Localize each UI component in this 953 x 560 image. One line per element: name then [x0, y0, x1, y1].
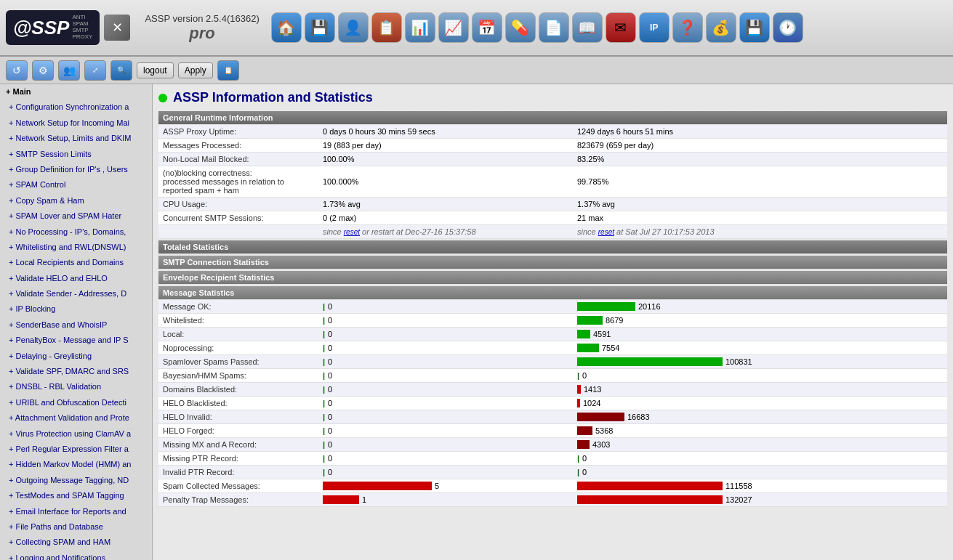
log-icon[interactable]: 📋	[371, 12, 402, 43]
nonlocal-value2: 83.25%	[573, 153, 947, 166]
table-row: Penalty Trap Messages: 1 132027	[158, 493, 947, 507]
sidebar-item-validate-helo[interactable]: + Validate HELO and EHLO	[0, 271, 152, 286]
donate-icon[interactable]: 💰	[706, 12, 736, 43]
toolbar-icon-5[interactable]: 🔍	[110, 60, 132, 81]
messages-value1: 19 (883 per day)	[318, 139, 573, 153]
sidebar-item-collecting[interactable]: + Collecting SPAM and HAM	[0, 535, 152, 550]
sidebar-item-logging[interactable]: + Logging and Notifications	[0, 551, 152, 560]
sidebar-item-smtp-session[interactable]: + SMTP Session Limits	[0, 147, 152, 162]
sidebar-item-spf[interactable]: + Validate SPF, DMARC and SRS	[0, 364, 152, 379]
local-label: Local:	[158, 328, 318, 341]
nonlocal-value1: 100.00%	[318, 153, 573, 166]
sidebar-item-ip-blocking[interactable]: + IP Blocking	[0, 301, 152, 317]
reset-link1[interactable]: reset	[344, 228, 360, 236]
toolbar-icon-1[interactable]: ↺	[6, 60, 28, 81]
spam-collected-right-val: 111558	[725, 482, 752, 490]
logo-at: @	[13, 17, 31, 39]
sidebar-item-uribl[interactable]: + URIBL and Obfuscation Detecti	[0, 395, 152, 410]
sidebar-item-no-processing[interactable]: + No Processing - IP's, Domains,	[0, 224, 152, 240]
db-icon[interactable]: 💾	[305, 12, 335, 43]
missing-ptr-left-val: 0	[328, 454, 332, 463]
domains-bl-label: Domains Blacklisted:	[158, 383, 318, 397]
uptime-value1: 0 days 0 hours 30 mins 59 secs	[318, 125, 573, 139]
table-row: Spam Collected Messages: 5 111558	[158, 479, 947, 493]
sidebar-item-delaying[interactable]: + Delaying - Greylisting	[0, 349, 152, 364]
since-text2: since reset at Sat Jul 27 10:17:53 2013	[573, 225, 947, 239]
health-icon[interactable]: 💊	[505, 12, 536, 43]
envelope-header: Envelope Recipient Statistics	[158, 271, 947, 285]
home-icon[interactable]: 🏠	[271, 12, 302, 43]
sidebar-item-network-setup[interactable]: + Network Setup, Limits and DKIM	[0, 131, 152, 146]
toolbar-icon-3[interactable]: 👥	[58, 60, 80, 81]
help-icon[interactable]: ❓	[672, 12, 703, 43]
book-icon[interactable]: 📖	[572, 12, 603, 43]
report-icon[interactable]: 📈	[438, 12, 469, 43]
calendar-icon[interactable]: 📅	[472, 12, 502, 43]
table-row: HELO Invalid: |0 16683	[158, 410, 947, 424]
spamlover-right-val: 100831	[725, 357, 752, 366]
sidebar-item-testmodes[interactable]: + TestModes and SPAM Tagging	[0, 488, 152, 503]
sidebar-item-penaltybox[interactable]: + PenaltyBox - Message and IP S	[0, 333, 152, 348]
table-row: Concurrent SMTP Sessions: 0 (2 max) 21 m…	[158, 211, 947, 225]
sidebar-item-local-recipients[interactable]: + Local Recipients and Domains	[0, 255, 152, 270]
whitelisted-right-val: 8679	[606, 316, 623, 325]
spamlover-right: 100831	[573, 355, 947, 369]
ip-icon[interactable]: IP	[639, 12, 669, 43]
sidebar-item-network-incoming[interactable]: + Network Setup for Incoming Mai	[0, 115, 152, 131]
logout-button[interactable]: logout	[137, 62, 174, 78]
list-icon[interactable]: 📄	[539, 12, 569, 43]
sidebar-item-dnsbl[interactable]: + DNSBL - RBL Validation	[0, 379, 152, 394]
sidebar-item-group-def[interactable]: + Group Definition for IP's , Users	[0, 162, 152, 177]
toolbar-icon-2[interactable]: ⚙	[32, 60, 54, 81]
history-icon[interactable]: 🕐	[773, 12, 803, 43]
save-icon[interactable]: 💾	[739, 12, 770, 43]
cpu-value1: 1.73% avg	[318, 198, 573, 211]
sidebar-item-filepaths[interactable]: + File Paths and Database	[0, 519, 152, 535]
mail-icon[interactable]: ✉	[606, 12, 636, 43]
sidebar-item-outgoing[interactable]: + Outgoing Message Tagging, ND	[0, 473, 152, 488]
penalty-trap-left: 1	[318, 493, 573, 507]
user-icon[interactable]: 👤	[338, 12, 369, 43]
sidebar-item-attachment[interactable]: + Attachment Validation and Prote	[0, 410, 152, 426]
sidebar-item-senderbase[interactable]: + SenderBase and WhoisIP	[0, 317, 152, 333]
table-row: CPU Usage: 1.73% avg 1.37% avg	[158, 198, 947, 211]
sidebar-item-perl-regex[interactable]: + Perl Regular Expression Filter a	[0, 442, 152, 457]
reset-link2[interactable]: reset	[598, 228, 614, 236]
uptime-value2: 1249 days 6 hours 51 mins	[573, 125, 947, 139]
domains-bl-left: |0	[318, 383, 573, 397]
msgok-left: | 0	[318, 300, 573, 314]
missing-ptr-right-val: 0	[582, 454, 587, 463]
sidebar-item-config-sync[interactable]: + Configuration Synchronization a	[0, 100, 152, 115]
missing-mx-right-val: 4303	[592, 440, 610, 449]
local-left: |0	[318, 328, 573, 341]
domains-bl-left-val: 0	[328, 385, 332, 394]
missing-mx-left: |0	[318, 438, 573, 452]
table-row: Domains Blacklisted: |0 1413	[158, 383, 947, 397]
sidebar-item-hmm[interactable]: + Hidden Markov Model (HMM) an	[0, 457, 152, 472]
table-row: Invalid PTR Record: |0 |0	[158, 466, 947, 479]
helo-invalid-left-val: 0	[328, 413, 332, 421]
sidebar-item-spam-control[interactable]: + SPAM Control	[0, 177, 152, 192]
spam-collected-left-val: 5	[435, 482, 439, 490]
sidebar-item-main[interactable]: + Main	[0, 84, 152, 100]
sidebar-item-email-interface[interactable]: + Email Interface for Reports and	[0, 504, 152, 519]
toolbar-report-icon[interactable]: 📋	[217, 60, 239, 81]
uptime-label: ASSP Proxy Uptime:	[158, 125, 318, 139]
table-row: Missing PTR Record: |0 |0	[158, 452, 947, 466]
sidebar-item-validate-sender[interactable]: + Validate Sender - Addresses, D	[0, 286, 152, 301]
sidebar-item-copy-spam[interactable]: + Copy Spam & Ham	[0, 193, 152, 208]
sidebar-item-spam-lover[interactable]: + SPAM Lover and SPAM Hater	[0, 208, 152, 224]
helo-invalid-right-val: 16683	[627, 413, 650, 421]
table-row: Local: |0 4591	[158, 328, 947, 341]
version-title: ASSP version 2.5.4(16362)	[145, 13, 259, 24]
helo-forged-left-val: 0	[328, 426, 332, 435]
toolbar-icon-4[interactable]: ⤢	[84, 60, 106, 81]
sidebar-item-virus[interactable]: + Virus Protection using ClamAV a	[0, 426, 152, 442]
spamlover-left-val: 0	[328, 357, 332, 366]
nav-icons: 🏠 💾 👤 📋 📊 📈 📅 💊 📄 📖 ✉ IP ❓ 💰 💾 🕐	[271, 12, 803, 43]
sidebar-item-whitelist[interactable]: + Whitelisting and RWL(DNSWL)	[0, 240, 152, 255]
chart-icon[interactable]: 📊	[405, 12, 435, 43]
bayesian-left: |0	[318, 369, 573, 383]
apply-button[interactable]: Apply	[178, 62, 213, 78]
version-pro: pro	[145, 24, 259, 43]
